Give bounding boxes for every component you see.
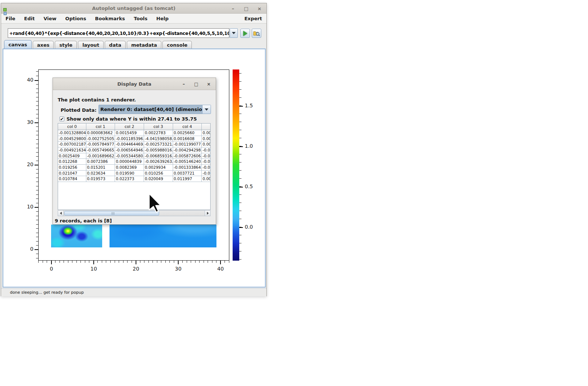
table-cell: 0.000083662 bbox=[86, 130, 115, 136]
table-row[interactable]: -0.007002187...-0.005784977...-0.0044644… bbox=[58, 142, 210, 147]
colorbar-major-tick bbox=[239, 187, 243, 187]
menu-tools[interactable]: Tools bbox=[134, 16, 147, 21]
tab-layout[interactable]: layout bbox=[78, 41, 104, 49]
tab-data[interactable]: data bbox=[105, 41, 126, 49]
table-cell: 0.020049 bbox=[144, 176, 173, 182]
tab-label: style bbox=[59, 42, 72, 48]
table-cell: -0.004464469... bbox=[115, 142, 144, 147]
column-header[interactable]: col 1 bbox=[86, 124, 115, 130]
table-cell: -0.007002187... bbox=[58, 142, 86, 147]
y-axis-major-tick bbox=[35, 165, 38, 165]
table-row[interactable]: 0.0210470.0236340.0195900.0102560.003772… bbox=[58, 171, 210, 176]
close-icon[interactable]: × bbox=[255, 4, 263, 12]
x-axis-tick-label: 30 bbox=[171, 266, 186, 272]
tab-axes[interactable]: axes bbox=[33, 41, 54, 49]
filter-checkbox[interactable]: ✔ bbox=[60, 117, 64, 121]
table-cell: -0.002573321... bbox=[144, 142, 173, 147]
menu-bookmarks[interactable]: Bookmarks bbox=[95, 16, 125, 21]
table-cell: -0.005146240... bbox=[173, 159, 202, 165]
column-header[interactable]: col 0 bbox=[58, 124, 86, 130]
data-table-header: col 0col 1col 2col 3col 4 bbox=[58, 124, 210, 130]
horizontal-scrollbar[interactable] bbox=[58, 210, 211, 216]
menu-edit[interactable]: Edit bbox=[24, 16, 35, 21]
y-axis-tick-label: 10 bbox=[22, 204, 33, 210]
table-row[interactable]: 0.0192560.0152010.00823690.0029934-0.001… bbox=[58, 165, 210, 171]
scrollbar-thumb[interactable] bbox=[64, 211, 159, 215]
status-message: done sleeping... get ready for popup bbox=[10, 290, 84, 295]
inspect-uri-button[interactable] bbox=[252, 29, 261, 38]
heatmap-left-segment[interactable] bbox=[51, 225, 102, 247]
table-row[interactable]: 0.0107840.0195730.0223730.0200490.011997… bbox=[58, 176, 210, 182]
column-header[interactable]: col 3 bbox=[144, 124, 173, 130]
tab-label: canvas bbox=[8, 42, 27, 47]
plotted-data-combobox[interactable]: Renderer 0: dataset[40,40] (dimension... bbox=[98, 105, 211, 114]
column-header[interactable]: col 4 bbox=[173, 124, 202, 130]
data-table-body: -0.001328804...0.0000836620.00154590.002… bbox=[58, 130, 210, 182]
y-axis-major-tick bbox=[35, 207, 38, 208]
colorbar-major-tick bbox=[239, 227, 243, 228]
tab-style[interactable]: style bbox=[55, 41, 77, 49]
data-table[interactable]: col 0col 1col 2col 3col 4 -0.001328804..… bbox=[58, 123, 211, 210]
maximize-icon[interactable]: □ bbox=[242, 4, 250, 12]
minimize-icon[interactable]: – bbox=[229, 4, 237, 12]
dialog-minimize-icon[interactable]: – bbox=[180, 81, 187, 87]
table-cell: -0.0 bbox=[202, 159, 210, 165]
table-cell: -0.001689662... bbox=[86, 153, 115, 159]
scroll-left-button[interactable] bbox=[58, 211, 64, 216]
tab-label: layout bbox=[82, 42, 99, 48]
menu-view[interactable]: View bbox=[43, 16, 56, 21]
tab-canvas[interactable]: canvas bbox=[4, 40, 32, 49]
table-cell: -0.005988016... bbox=[144, 147, 173, 153]
table-cell: -0.001328804... bbox=[58, 130, 86, 136]
menu-bar: File Edit View Options Bookmarks Tools H… bbox=[1, 14, 266, 24]
table-cell: -0.001333864... bbox=[173, 165, 202, 171]
table-row[interactable]: 0.0122680.00723860.000044839-0.002639263… bbox=[58, 159, 210, 165]
table-cell: 0.0015459 bbox=[115, 130, 144, 136]
table-cell: -0.0 bbox=[202, 171, 210, 176]
dialog-maximize-icon[interactable]: □ bbox=[193, 81, 200, 87]
table-cell: 0.0072386 bbox=[86, 159, 115, 165]
go-button[interactable] bbox=[240, 29, 250, 38]
table-cell: -0.005872606... bbox=[173, 153, 202, 159]
menu-options[interactable]: Options bbox=[65, 16, 86, 21]
heatmap-right-segment[interactable] bbox=[110, 225, 216, 247]
window-titlebar[interactable]: Autoplot untagged (as tomcat) – □ × bbox=[1, 3, 266, 14]
data-source-type-icon[interactable] bbox=[3, 8, 7, 16]
tab-metadata[interactable]: metadata bbox=[127, 41, 161, 49]
column-header[interactable]: col 2 bbox=[115, 124, 144, 130]
menu-file[interactable]: File bbox=[6, 16, 15, 21]
menu-help[interactable]: Help bbox=[156, 16, 168, 21]
colorbar-tick-label: 1.5 bbox=[245, 103, 257, 108]
x-axis-tick-label: 40 bbox=[213, 266, 228, 272]
expert-menu[interactable]: Expert bbox=[244, 16, 262, 21]
column-header[interactable] bbox=[202, 124, 210, 130]
y-axis-tick-label: 40 bbox=[22, 77, 33, 83]
table-cell: 0.019590 bbox=[115, 171, 144, 176]
table-row[interactable]: -0.004529800...-0.002752505...-0.0011853… bbox=[58, 136, 210, 142]
uri-input[interactable]: +rand{40,40}*{exp{-distance{40,40,20,20,… bbox=[8, 28, 229, 38]
folder-magnifier-icon bbox=[253, 31, 260, 36]
x-axis-tick-label: 10 bbox=[86, 266, 101, 272]
app-window: Autoplot untagged (as tomcat) – □ × File… bbox=[1, 3, 267, 296]
dialog-titlebar[interactable]: Display Data – □ × bbox=[53, 78, 216, 90]
y-axis-major-tick bbox=[35, 80, 38, 81]
arrow-right-icon bbox=[207, 212, 209, 215]
table-cell: 0.00 bbox=[202, 176, 210, 182]
table-cell: -0.004294298... bbox=[173, 147, 202, 153]
table-cell: 0.019256 bbox=[58, 165, 86, 171]
table-row[interactable]: -0.004921634...-0.005749665...-0.0065649… bbox=[58, 147, 210, 153]
combobox-arrow-button[interactable] bbox=[202, 105, 211, 114]
table-row[interactable]: -0.001328804...0.0000836620.00154590.002… bbox=[58, 130, 210, 136]
table-row[interactable]: 0.0025409-0.001689662...-0.005344580...-… bbox=[58, 153, 210, 159]
dialog-close-icon[interactable]: × bbox=[205, 81, 212, 87]
window-controls: – □ × bbox=[229, 3, 263, 14]
x-axis-major-tick bbox=[93, 261, 94, 264]
tab-label: console bbox=[167, 42, 187, 48]
uri-dropdown-button[interactable] bbox=[230, 28, 238, 38]
x-axis-major-tick bbox=[178, 261, 179, 264]
plotted-data-label: Plotted Data: bbox=[61, 107, 97, 113]
colorbar[interactable] bbox=[233, 69, 239, 261]
tab-console[interactable]: console bbox=[162, 41, 192, 49]
tab-label: data bbox=[109, 42, 121, 48]
scroll-right-button[interactable] bbox=[205, 211, 210, 216]
